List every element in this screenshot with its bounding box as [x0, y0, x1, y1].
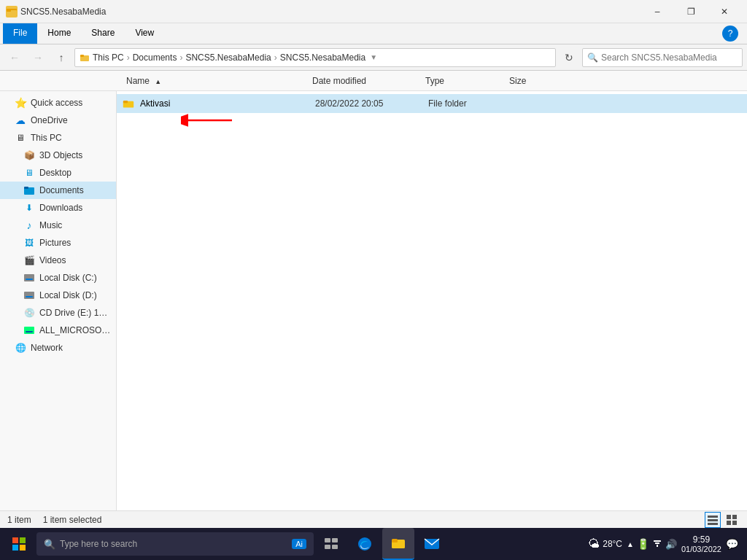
svg-rect-30: [325, 545, 330, 549]
volume-icon[interactable]: 🔊: [665, 539, 677, 550]
svg-rect-8: [26, 279, 33, 280]
start-button[interactable]: [3, 528, 35, 560]
mail-button[interactable]: [416, 528, 448, 560]
svg-rect-22: [727, 521, 731, 525]
breadcrumb-folder-icon: [80, 52, 93, 63]
sidebar-item-quick-access[interactable]: ⭐ Quick access: [0, 94, 116, 112]
details-view-button[interactable]: [705, 512, 721, 528]
view-controls: [705, 512, 740, 528]
search-icon: 🔍: [587, 52, 598, 63]
svg-rect-31: [332, 545, 338, 549]
sidebar-item-onedrive[interactable]: ☁ OneDrive: [0, 112, 116, 129]
sidebar-item-music[interactable]: ♪ Music: [0, 217, 116, 234]
svg-rect-7: [24, 274, 34, 281]
svg-rect-10: [26, 296, 33, 298]
action-center-button[interactable]: 💬: [726, 538, 738, 550]
downloads-icon: ⬇: [23, 202, 35, 214]
tab-view[interactable]: View: [125, 23, 164, 44]
col-header-type[interactable]: Type: [419, 76, 503, 86]
music-icon: ♪: [23, 219, 35, 231]
battery-icon[interactable]: 🔋: [637, 538, 649, 550]
svg-rect-25: [20, 537, 26, 543]
date-display: 01/03/2022: [681, 545, 721, 553]
clock[interactable]: 9:59 01/03/2022: [681, 534, 721, 553]
taskbar-ai-badge: Ai: [292, 539, 306, 549]
back-button[interactable]: ←: [4, 47, 25, 68]
cd-drive-icon: 💿: [23, 307, 35, 319]
col-header-size[interactable]: Size: [503, 76, 576, 86]
desktop-icon: 🖥: [23, 167, 35, 179]
sidebar-item-documents[interactable]: Documents: [0, 182, 116, 199]
pictures-icon: 🖼: [23, 237, 35, 249]
svg-rect-9: [24, 292, 34, 299]
search-box[interactable]: 🔍: [582, 48, 743, 67]
tray-expand-icon[interactable]: ▲: [627, 540, 634, 548]
sidebar-item-network[interactable]: 🌐 Network: [0, 339, 116, 357]
sidebar-item-downloads[interactable]: ⬇ Downloads: [0, 199, 116, 217]
file-area: Aktivasi 28/02/2022 20:05 File folder: [117, 91, 747, 532]
sidebar-item-cd-drive[interactable]: 💿 CD Drive (E:) 15.0.4...: [0, 304, 116, 322]
breadcrumb-documents[interactable]: Documents: [133, 52, 177, 63]
breadcrumb[interactable]: This PC › Documents › SNCS5.NesabaMedia …: [74, 48, 556, 67]
breadcrumb-sncs5-1[interactable]: SNCS5.NesabaMedia: [185, 52, 271, 63]
help-button[interactable]: ?: [722, 26, 738, 42]
sidebar-label: Music: [39, 220, 62, 230]
svg-rect-24: [12, 537, 18, 543]
sidebar: ⭐ Quick access ☁ OneDrive 🖥 This PC 📦 3D…: [0, 91, 117, 532]
svg-rect-37: [655, 542, 659, 544]
refresh-button[interactable]: ↻: [559, 48, 579, 67]
sidebar-item-desktop[interactable]: 🖥 Desktop: [0, 164, 116, 182]
tab-home[interactable]: Home: [37, 23, 81, 44]
taskbar-search-box[interactable]: 🔍 Type here to search Ai: [36, 532, 314, 556]
sidebar-item-this-pc[interactable]: 🖥 This PC: [0, 129, 116, 147]
sidebar-item-local-disk-d[interactable]: Local Disk (D:): [0, 287, 116, 304]
svg-rect-36: [657, 545, 658, 547]
tab-share[interactable]: Share: [81, 23, 125, 44]
file-explorer-button[interactable]: [382, 528, 414, 560]
sidebar-item-3d-objects[interactable]: 📦 3D Objects: [0, 147, 116, 164]
this-pc-icon: 🖥: [15, 132, 26, 144]
sidebar-item-pictures[interactable]: 🖼 Pictures: [0, 234, 116, 252]
svg-rect-11: [24, 327, 34, 334]
task-view-button[interactable]: [315, 528, 347, 560]
breadcrumb-sncs5-2[interactable]: SNCS5.NesabaMedia: [280, 52, 365, 63]
svg-rect-12: [26, 331, 33, 332]
svg-rect-26: [12, 545, 18, 551]
system-tray: ▲ 🔋 🔊: [627, 538, 677, 551]
documents-icon: [23, 184, 35, 196]
sidebar-label: OneDrive: [31, 115, 68, 125]
ribbon-tabs: File Home Share View ?: [0, 23, 747, 44]
sidebar-label: Videos: [39, 255, 66, 265]
svg-rect-34: [392, 539, 398, 542]
sidebar-label: ALL_MICROSOFT_O...: [39, 325, 112, 335]
col-header-date[interactable]: Date modified: [306, 76, 419, 86]
weather-widget[interactable]: 🌤 28°C: [588, 537, 622, 551]
search-input[interactable]: [601, 52, 738, 63]
local-disk-d-icon: [23, 289, 35, 301]
svg-rect-21: [732, 515, 737, 519]
edge-button[interactable]: [349, 528, 381, 560]
tiles-view-button[interactable]: [724, 512, 740, 528]
sidebar-item-all-microsoft[interactable]: ALL_MICROSOFT_O...: [0, 322, 116, 339]
svg-rect-28: [325, 538, 330, 542]
forward-button[interactable]: →: [28, 47, 48, 68]
svg-rect-20: [727, 515, 731, 519]
close-button[interactable]: ✕: [708, 0, 741, 23]
sidebar-item-local-disk-c[interactable]: Local Disk (C:): [0, 269, 116, 287]
taskbar-search-placeholder: Type here to search: [60, 539, 137, 549]
local-disk-c-icon: [23, 272, 35, 284]
sidebar-label: Local Disk (D:): [39, 290, 97, 300]
file-date-modified: 28/02/2022 20:05: [315, 98, 428, 109]
main-layout: ⭐ Quick access ☁ OneDrive 🖥 This PC 📦 3D…: [0, 91, 747, 532]
maximize-button[interactable]: ❐: [674, 0, 708, 23]
up-button[interactable]: ↑: [51, 47, 71, 68]
file-row[interactable]: Aktivasi 28/02/2022 20:05 File folder: [117, 94, 747, 113]
breadcrumb-this-pc[interactable]: This PC: [93, 52, 124, 63]
tab-file[interactable]: File: [3, 23, 37, 44]
all-microsoft-icon: [23, 324, 35, 336]
sidebar-item-videos[interactable]: 🎬 Videos: [0, 252, 116, 269]
minimize-button[interactable]: –: [640, 0, 674, 23]
network-tray-icon[interactable]: [652, 538, 662, 551]
col-header-name[interactable]: Name ▲: [120, 76, 306, 86]
svg-rect-38: [654, 540, 661, 542]
